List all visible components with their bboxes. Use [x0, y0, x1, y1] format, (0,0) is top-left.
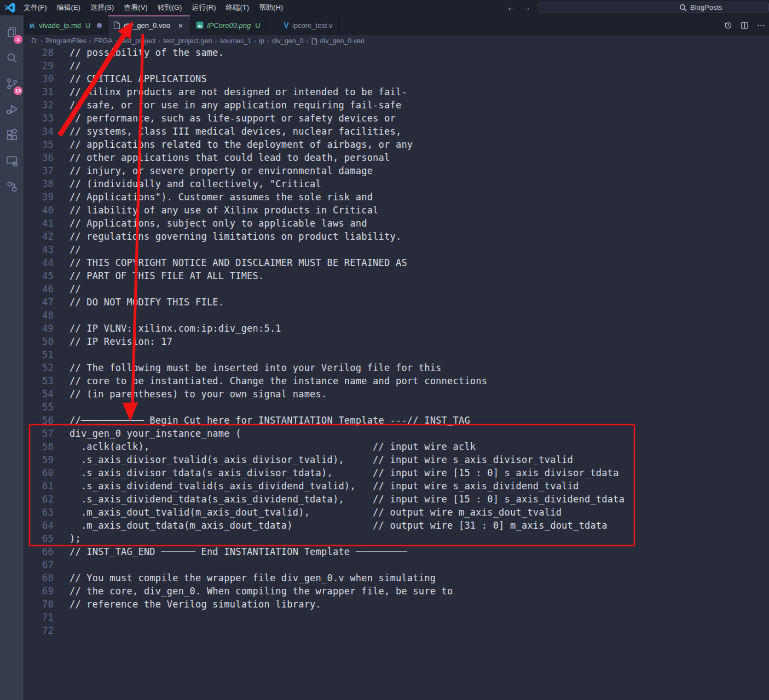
code-line[interactable]: 42// regulations governing limitations o… — [24, 230, 769, 243]
tab-IPCore09.png[interactable]: IPCore09.pngU — [190, 15, 267, 35]
activity-bar-item-references[interactable] — [0, 173, 24, 199]
nav-back-button[interactable]: ← — [505, 1, 518, 14]
code-line[interactable]: 45// PART OF THIS FILE AT ALL TIMES. — [24, 269, 769, 282]
code-line[interactable]: 52// The following must be inserted into… — [24, 361, 769, 374]
line-number: 68 — [24, 571, 54, 585]
code-line[interactable]: 39// Applications"). Customer assumes th… — [24, 190, 769, 204]
code-line[interactable]: 70// reference the Verilog simulation li… — [24, 598, 769, 611]
code-line[interactable]: 33// performance, such as life-support o… — [24, 112, 769, 125]
code-line[interactable]: 49// IP VLNV: xilinx.com:ip:div_gen:5.1 — [24, 322, 769, 335]
breadcrumb-item[interactable]: ip — [259, 37, 264, 45]
code-line[interactable]: 47// DO NOT MODIFY THIS FILE. — [24, 296, 769, 309]
activity-bar-item-extensions[interactable] — [0, 122, 24, 148]
code-line[interactable]: 32// safe, or for use in any application… — [24, 99, 769, 112]
code-line[interactable]: 56//─────────── Begin Cut here for INSTA… — [24, 414, 769, 427]
activity-bar-item-search[interactable] — [0, 45, 24, 71]
code-line[interactable]: 36// other applications that could lead … — [24, 151, 769, 164]
command-center-search[interactable]: BlogPosts — [539, 2, 769, 13]
line-number: 72 — [24, 624, 54, 637]
code-line[interactable]: 53// core to be instantiated. Change the… — [24, 374, 769, 387]
code-line[interactable]: 57div_gen_0 your_instance_name ( — [24, 427, 769, 440]
code-line[interactable]: 30// CRITICAL APPLICATIONS — [24, 72, 769, 85]
breadcrumb-item[interactable]: ProgramFiles — [46, 37, 86, 45]
code-line[interactable]: 63 .m_axis_dout_tvalid(m_axis_dout_tvali… — [24, 506, 769, 519]
breadcrumb-item[interactable]: div_gen_0.veo — [311, 37, 365, 45]
code-line[interactable]: 61 .s_axis_dividend_tvalid(s_axis_divide… — [24, 479, 769, 493]
code-line[interactable]: 43// — [24, 243, 769, 256]
menu-item[interactable]: 编辑(E) — [52, 0, 85, 15]
activity-bar-item-explorer[interactable]: 1 — [0, 19, 24, 45]
code-line[interactable]: 38// (individually and collectively, "Cr… — [24, 177, 769, 190]
menu-item[interactable]: 帮助(H) — [254, 0, 288, 15]
activity-bar-item-remote-explorer[interactable] — [0, 148, 24, 173]
code-line[interactable]: 59 .s_axis_divisor_tvalid(s_axis_divisor… — [24, 453, 769, 466]
tab-vivado_ip.md[interactable]: M↓vivado_ip.mdU — [24, 15, 108, 35]
code-line[interactable]: 69// the core, div_gen_0. When compiling… — [24, 585, 769, 598]
editor-group: M↓vivado_ip.mdUdiv_gen_0.veo×IPCore09.pn… — [24, 15, 769, 700]
tab-div_gen_0.veo[interactable]: div_gen_0.veo× — [108, 15, 190, 35]
close-tab-icon[interactable]: × — [177, 21, 184, 30]
code-line[interactable]: 72 — [24, 624, 769, 637]
breadcrumb-item[interactable]: div_gen_0 — [272, 37, 304, 45]
nav-forward-button[interactable]: → — [520, 1, 533, 14]
code-line[interactable]: 28// possibility of the same. — [24, 46, 769, 59]
code-text: // applications related to the deploymen… — [70, 138, 413, 151]
menu-item[interactable]: 运行(R) — [187, 0, 221, 15]
activity-bar-item-run-debug[interactable] — [0, 96, 24, 122]
code-line[interactable]: 48 — [24, 309, 769, 322]
menu-item[interactable]: 终端(T) — [221, 0, 254, 15]
code-line[interactable]: 66// INST_TAG_END ────── End INSTANTIATI… — [24, 545, 769, 558]
tab-ipcore_test.v[interactable]: Vipcore_test.v — [279, 15, 339, 35]
code-line[interactable]: 41// Applications, subject only to appli… — [24, 217, 769, 230]
split-editor-icon[interactable] — [740, 21, 749, 30]
activity-bar-item-source-control[interactable]: 13 — [0, 71, 24, 96]
menu-item[interactable]: 文件(F) — [19, 0, 52, 15]
code-line[interactable]: 60 .s_axis_divisor_tdata(s_axis_divisor_… — [24, 466, 769, 479]
code-line[interactable]: 58 .aclk(aclk), // input wire aclk — [24, 440, 769, 453]
menu-item[interactable]: 查看(V) — [119, 0, 152, 15]
code-line[interactable]: 68// You must compile the wrapper file d… — [24, 571, 769, 585]
code-line[interactable]: 51 — [24, 348, 769, 361]
code-text: // reference the Verilog simulation libr… — [70, 598, 321, 611]
line-number: 58 — [24, 440, 54, 453]
code-line[interactable]: 54// (in parentheses) to your own signal… — [24, 387, 769, 401]
code-line[interactable]: 62 .s_axis_dividend_tdata(s_axis_dividen… — [24, 493, 769, 506]
code-text: // Xilinx products are not designed or i… — [70, 85, 407, 99]
breadcrumb-item[interactable]: test_project.gen — [164, 37, 212, 45]
code-line[interactable]: 50// IP Revision: 17 — [24, 335, 769, 348]
menu-item[interactable]: 选择(S) — [85, 0, 119, 15]
breadcrumb-item[interactable]: sources_1 — [219, 37, 251, 45]
title-bar: 文件(F)编辑(E)选择(S)查看(V)转到(G)运行(R)终端(T)帮助(H)… — [0, 0, 769, 15]
code-line[interactable]: 40// liability of any use of Xilinx prod… — [24, 204, 769, 217]
breadcrumb-item[interactable]: D: — [31, 37, 38, 45]
code-editor[interactable]: 28// possibility of the same.29//30// CR… — [24, 46, 769, 637]
line-number: 42 — [24, 230, 54, 243]
code-line[interactable]: 64 .m_axis_dout_tdata(m_axis_dout_tdata)… — [24, 519, 769, 532]
code-line[interactable]: 35// applications related to the deploym… — [24, 138, 769, 151]
line-number: 66 — [24, 545, 54, 558]
markdown-icon: M↓ — [30, 21, 36, 30]
breadcrumb-item[interactable]: FPGA — [94, 37, 113, 45]
code-line[interactable]: 44// THIS COPYRIGHT NOTICE AND DISCLAIME… — [24, 256, 769, 269]
editor-actions — [724, 15, 766, 35]
line-number: 62 — [24, 493, 54, 506]
code-line[interactable]: 65); — [24, 532, 769, 545]
line-number: 36 — [24, 151, 54, 164]
menu-item[interactable]: 转到(G) — [153, 0, 187, 15]
code-line[interactable]: 34// systems, Class III medical devices,… — [24, 125, 769, 138]
timeline-history-icon[interactable] — [724, 21, 733, 30]
code-line[interactable]: 55 — [24, 401, 769, 414]
breadcrumb-label: ip — [259, 37, 264, 45]
code-line[interactable]: 31// Xilinx products are not designed or… — [24, 85, 769, 99]
code-line[interactable]: 37// injury, or severe property or envir… — [24, 164, 769, 177]
tab-bar: M↓vivado_ip.mdUdiv_gen_0.veo×IPCore09.pn… — [24, 15, 769, 35]
code-line[interactable]: 67 — [24, 558, 769, 571]
line-number: 53 — [24, 374, 54, 387]
code-line[interactable]: 71 — [24, 611, 769, 624]
code-line[interactable]: 46// — [24, 282, 769, 296]
code-text: .s_axis_divisor_tvalid(s_axis_divisor_tv… — [70, 453, 573, 466]
more-actions-icon[interactable] — [756, 21, 766, 30]
breadcrumb-item[interactable]: test_project — [120, 37, 156, 45]
code-line[interactable]: 29// — [24, 59, 769, 72]
chevron-right-icon: › — [159, 37, 161, 45]
